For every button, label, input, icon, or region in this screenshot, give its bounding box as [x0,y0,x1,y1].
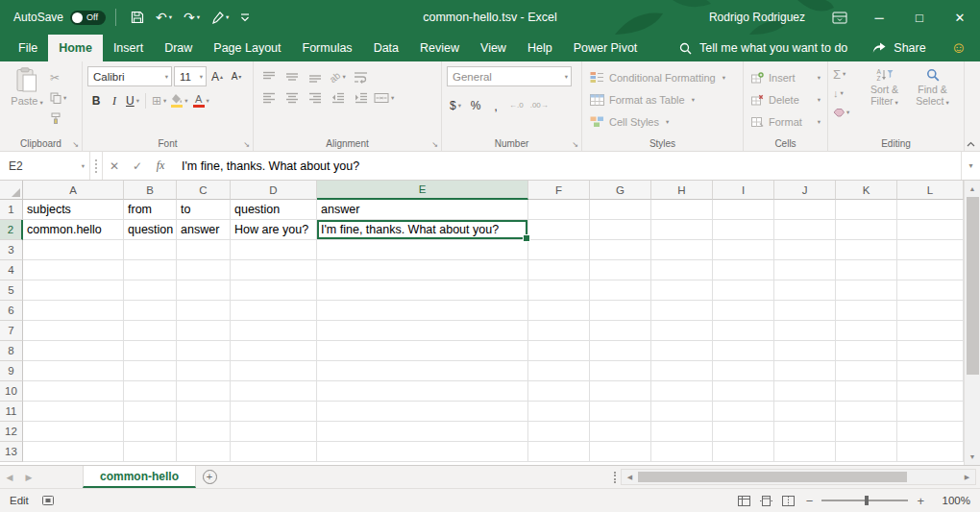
percent-style-button[interactable]: % [467,96,484,115]
cell-F2[interactable] [528,220,590,240]
macro-record-button[interactable] [42,496,54,505]
row-header-13[interactable]: 13 [0,442,23,462]
cell-F10[interactable] [528,381,590,402]
cell-J1[interactable] [774,200,836,220]
cell-D1[interactable]: question [231,200,317,220]
scroll-right-icon[interactable]: ▶ [959,470,975,484]
enter-button[interactable]: ✓ [126,152,149,180]
cell-K8[interactable] [836,341,897,361]
cell-J3[interactable] [774,240,836,260]
bold-button[interactable]: B [87,91,105,110]
decrease-indent-button[interactable] [328,89,348,107]
cell-H10[interactable] [651,381,713,402]
column-header-A[interactable]: A [23,181,124,200]
cell-I6[interactable] [713,301,774,321]
zoom-in-button[interactable]: + [917,495,924,507]
cell-K13[interactable] [836,442,897,462]
insert-cells-button[interactable]: Insert▾ [748,66,822,88]
cell-E13[interactable] [317,442,528,462]
cell-L4[interactable] [897,260,964,280]
cell-B8[interactable] [124,341,177,361]
row-header-7[interactable]: 7 [0,321,23,341]
tab-file[interactable]: File [8,35,48,61]
cell-E2[interactable]: I'm fine, thanks. What about you? [317,220,528,240]
increase-font-size-button[interactable]: A▴ [208,67,226,86]
cell-C7[interactable] [177,321,231,341]
accounting-format-button[interactable]: $▾ [447,96,464,115]
number-dialog-launcher[interactable]: ↘ [572,141,578,149]
cell-C4[interactable] [177,260,231,280]
cell-A3[interactable] [23,240,124,260]
cell-L10[interactable] [897,381,964,402]
tab-insert[interactable]: Insert [103,35,154,61]
cell-I9[interactable] [713,361,774,381]
cell-J9[interactable] [774,361,836,381]
collapse-ribbon-button[interactable] [967,141,975,147]
increase-decimal-button[interactable]: ←.0 [507,96,526,115]
cell-E8[interactable] [317,341,528,361]
align-right-button[interactable] [305,89,325,107]
column-header-J[interactable]: J [774,181,836,200]
cell-L7[interactable] [897,321,964,341]
cell-H5[interactable] [651,280,713,301]
cell-I11[interactable] [713,402,774,422]
cell-K5[interactable] [836,280,897,301]
sheet-nav-next-icon[interactable]: ▶ [19,466,38,488]
cell-A13[interactable] [23,442,124,462]
cell-H7[interactable] [651,321,713,341]
cell-D5[interactable] [231,280,317,301]
page-layout-view-button[interactable] [760,496,772,506]
cell-K1[interactable] [836,200,897,220]
format-cells-button[interactable]: Format▾ [748,110,822,133]
cell-L11[interactable] [897,402,964,422]
italic-button[interactable]: I [106,91,123,110]
cell-B9[interactable] [124,361,177,381]
cancel-button[interactable]: ✕ [103,152,126,180]
paste-button[interactable]: Paste▾ [5,64,49,135]
tab-power-pivot[interactable]: Power Pivot [563,35,649,61]
minimize-button[interactable]: ─ [859,0,899,35]
cell-A10[interactable] [23,381,124,402]
cell-G4[interactable] [590,260,651,280]
column-header-E[interactable]: E [317,181,528,200]
cell-H4[interactable] [651,260,713,280]
redo-button[interactable]: ↷▾ [179,5,205,30]
increase-indent-button[interactable] [351,89,371,107]
chevron-down-icon[interactable]: ▾ [82,162,85,170]
cell-G3[interactable] [590,240,651,260]
cell-G6[interactable] [590,301,651,321]
cell-L12[interactable] [897,422,964,442]
font-family-select[interactable]: Calibri▾ [87,66,172,86]
cell-D4[interactable] [231,260,317,280]
cell-C10[interactable] [177,381,231,402]
cell-C5[interactable] [177,280,231,301]
cell-A4[interactable] [23,260,124,280]
cell-J6[interactable] [774,301,836,321]
cut-button[interactable]: ✂ [50,70,66,85]
cell-A9[interactable] [23,361,124,381]
cell-H9[interactable] [651,361,713,381]
cell-E5[interactable] [317,280,528,301]
cell-C11[interactable] [177,402,231,422]
row-header-2[interactable]: 2 [0,220,23,240]
cell-L5[interactable] [897,280,964,301]
customize-qat-button[interactable] [235,5,255,30]
inking-button[interactable]: ▾ [207,5,233,30]
underline-button[interactable]: U▾ [124,91,141,110]
cell-B10[interactable] [124,381,177,402]
font-color-button[interactable]: A▾ [191,91,211,110]
cell-D10[interactable] [231,381,317,402]
cell-J8[interactable] [774,341,836,361]
center-button[interactable] [282,89,302,107]
decrease-decimal-button[interactable]: .00→ [528,96,551,115]
tab-home[interactable]: Home [48,35,103,61]
cell-D2[interactable]: How are you? [231,220,317,240]
cell-I1[interactable] [713,200,774,220]
horizontal-scrollbar[interactable]: ◀ ▶ [621,469,976,485]
cell-C13[interactable] [177,442,231,462]
font-size-select[interactable]: 11▾ [174,66,207,86]
cell-E1[interactable]: answer [317,200,528,220]
cell-F7[interactable] [528,321,590,341]
cell-I7[interactable] [713,321,774,341]
bottom-align-button[interactable] [305,68,325,85]
